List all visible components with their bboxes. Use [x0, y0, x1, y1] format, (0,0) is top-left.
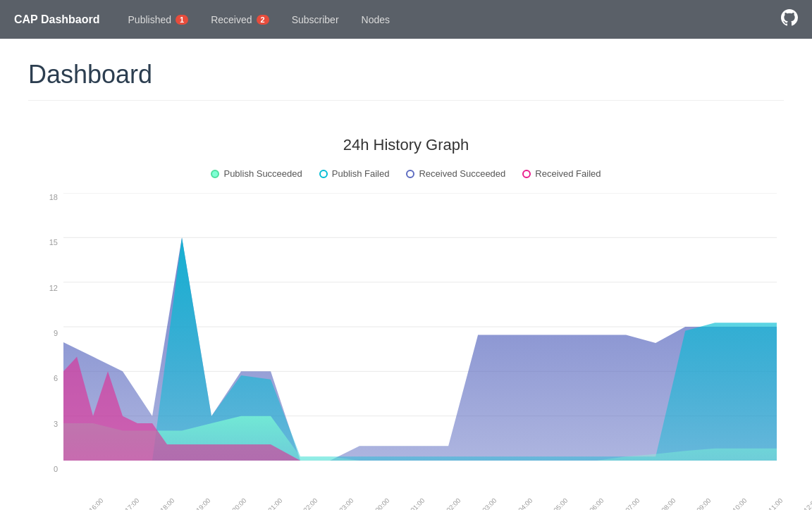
- legend-dot-publish-failed: [319, 170, 328, 178]
- nav-brand: CAP Dashbaord: [14, 13, 100, 26]
- nav-nodes-label: Nodes: [362, 14, 390, 25]
- legend-dot-publish-succeeded: [211, 170, 219, 178]
- x-label-16: 06-04 08:00: [646, 497, 677, 510]
- legend-received-failed: Received Failed: [522, 168, 601, 179]
- page-content: Dashboard 24h History Graph Publish Succ…: [0, 39, 812, 510]
- x-label-15: 06-04 07:00: [610, 497, 641, 510]
- x-label-5: 06-03 21:00: [252, 497, 283, 510]
- nav-item-published[interactable]: Published 1: [120, 10, 197, 30]
- chart-svg: [63, 193, 777, 461]
- x-axis-labels: 06-03 16:00 06-03 17:00 06-03 18:00 06-0…: [63, 497, 777, 504]
- x-label-9: 06-04 01:00: [395, 497, 426, 510]
- nav-subscriber-label: Subscriber: [292, 14, 339, 25]
- y-label-3: 3: [35, 420, 58, 428]
- x-label-11: 06-04 03:00: [467, 497, 498, 510]
- nav-item-subscriber[interactable]: Subscriber: [283, 10, 347, 30]
- chart-container: 0 3 6 9 12 15 18: [35, 193, 777, 475]
- legend-received-succeeded: Received Succeeded: [406, 168, 505, 179]
- legend-publish-failed: Publish Failed: [319, 168, 390, 179]
- chart-area: 06-03 16:00 06-03 17:00 06-03 18:00 06-0…: [63, 193, 777, 461]
- x-label-3: 06-03 19:00: [181, 497, 212, 510]
- legend-label-publish-failed: Publish Failed: [332, 168, 390, 179]
- x-label-8: 06-04 00:00: [360, 497, 391, 510]
- y-label-12: 12: [35, 284, 58, 292]
- y-label-0: 0: [35, 465, 58, 473]
- chart-title: 24h History Graph: [35, 136, 777, 154]
- y-label-9: 9: [35, 329, 58, 337]
- x-label-4: 06-03 20:00: [217, 497, 248, 510]
- y-label-6: 6: [35, 374, 58, 382]
- y-axis-labels: 0 3 6 9 12 15 18: [35, 193, 58, 475]
- navbar: CAP Dashbaord Published 1 Received 2 Sub…: [0, 0, 812, 39]
- nav-published-label: Published: [128, 14, 172, 25]
- x-label-20: 06-04 12:00: [789, 497, 812, 510]
- x-label-12: 06-04 04:00: [503, 497, 534, 510]
- legend-dot-received-succeeded: [406, 170, 414, 178]
- x-label-14: 06-04 06:00: [574, 497, 605, 510]
- chart-section: 24h History Graph Publish Succeeded Publ…: [28, 122, 784, 489]
- x-label-17: 06-04 09:00: [682, 497, 713, 510]
- x-label-7: 06-03 23:00: [324, 497, 355, 510]
- x-label-13: 06-04 05:00: [539, 497, 570, 510]
- x-label-19: 06-04 11:00: [753, 497, 785, 510]
- legend-label-received-failed: Received Failed: [535, 168, 601, 179]
- x-label-2: 06-03 18:00: [145, 497, 176, 510]
- x-label-1: 06-03 17:00: [110, 497, 141, 510]
- nav-published-badge: 1: [176, 15, 188, 25]
- nav-item-nodes[interactable]: Nodes: [353, 10, 398, 30]
- x-label-6: 06-03 22:00: [288, 497, 319, 510]
- x-label-18: 06-04 10:00: [718, 497, 749, 510]
- x-label-10: 06-04 02:00: [431, 497, 462, 510]
- y-label-18: 18: [35, 193, 58, 201]
- nav-received-badge: 2: [257, 15, 269, 25]
- legend-label-publish-succeeded: Publish Succeeded: [223, 168, 302, 179]
- page-title: Dashboard: [28, 60, 784, 101]
- legend-publish-succeeded: Publish Succeeded: [211, 168, 302, 179]
- legend-label-received-succeeded: Received Succeeded: [419, 168, 505, 179]
- legend-dot-received-failed: [522, 170, 531, 178]
- y-label-15: 15: [35, 238, 58, 246]
- x-label-0: 06-03 16:00: [74, 497, 105, 510]
- chart-legend: Publish Succeeded Publish Failed Receive…: [35, 168, 777, 179]
- github-icon[interactable]: [781, 9, 798, 30]
- nav-received-label: Received: [211, 14, 252, 25]
- nav-item-received[interactable]: Received 2: [202, 10, 278, 30]
